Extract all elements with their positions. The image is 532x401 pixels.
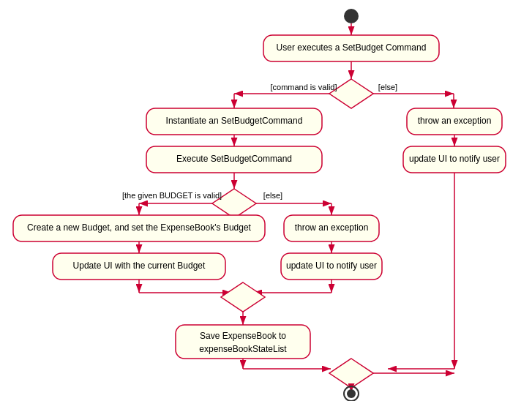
guard-command-valid: [command is valid] <box>270 83 337 91</box>
end-inner <box>347 389 356 398</box>
node-save-line2: expenseBookStateList <box>199 344 287 354</box>
diamond3 <box>221 282 265 312</box>
node-execute-label: Execute SetBudgetCommand <box>176 154 292 164</box>
node-throw2-label: throw an exception <box>295 222 369 233</box>
node-user-executes-label: User executes a SetBudget Command <box>277 42 427 53</box>
start-node <box>344 9 359 23</box>
guard-else1: [else] <box>378 83 397 91</box>
node-notify2-label: update UI to notify user <box>286 261 377 271</box>
guard-budget-valid: [the given BUDGET is valid] <box>122 191 222 200</box>
guard-else2: [else] <box>263 191 282 200</box>
node-update-ui-label: Update UI with the current Budget <box>73 261 206 271</box>
node-instantiate-label: Instantiate an SetBudgetCommand <box>166 116 303 126</box>
node-throw1-label: throw an exception <box>418 116 492 126</box>
node-save-line1: Save ExpenseBook to <box>200 331 286 341</box>
node-notify1-label: update UI to notify user <box>409 154 500 164</box>
diamond4 <box>329 359 373 388</box>
node-create-budget-label: Create a new Budget, and set the Expense… <box>27 222 251 233</box>
